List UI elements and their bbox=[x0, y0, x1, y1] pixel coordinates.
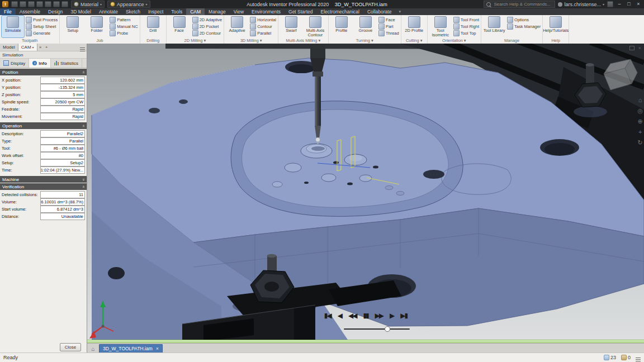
ribbon-button-tool-right[interactable]: Tool Right bbox=[453, 23, 479, 30]
ribbon-button-adaptive[interactable]: Adaptive bbox=[226, 16, 248, 37]
field-value-movement[interactable]: Rapid bbox=[40, 113, 85, 120]
browser-menu-icon[interactable] bbox=[80, 47, 85, 48]
status-menu-icon[interactable] bbox=[636, 358, 641, 358]
undo-icon[interactable] bbox=[28, 1, 35, 7]
orbit-icon[interactable]: ↻ bbox=[638, 140, 643, 146]
ribbon-button-2d-adaptive[interactable]: 2D Adaptive bbox=[192, 17, 222, 23]
menu-tab-environments[interactable]: Environments bbox=[248, 8, 285, 15]
ribbon-button-pattern[interactable]: Pattern bbox=[110, 17, 138, 23]
material-dropdown[interactable]: Material ▾ bbox=[71, 1, 105, 8]
ribbon-button-contour[interactable]: Contour bbox=[250, 23, 276, 30]
ribbon-button-2d-contour[interactable]: 2D Contour bbox=[192, 30, 222, 36]
ribbon-button-horizontal[interactable]: Horizontal bbox=[250, 17, 276, 23]
refresh-icon[interactable] bbox=[61, 1, 68, 7]
playback-fast-forward-button[interactable]: ▶▶ bbox=[375, 312, 383, 320]
restore-window-icon[interactable] bbox=[629, 46, 634, 50]
ribbon-button-options[interactable]: Options bbox=[507, 17, 541, 23]
menu-tab-sketch[interactable]: Sketch bbox=[122, 8, 144, 15]
maximize-button[interactable]: □ bbox=[626, 0, 632, 8]
navigation-wheel-icon[interactable]: ◎ bbox=[637, 108, 643, 114]
field-value-spindle-speed[interactable]: 20500 rpm CW bbox=[40, 98, 85, 106]
collapse-icon[interactable]: « bbox=[80, 185, 86, 188]
field-value-setup[interactable]: Setup2 bbox=[40, 159, 85, 166]
minimize-button[interactable]: – bbox=[616, 0, 623, 8]
browser-tab-add-button[interactable]: + bbox=[44, 44, 50, 51]
ribbon-group-label-manage[interactable]: Manage bbox=[483, 37, 541, 44]
menu-tab-inspect[interactable]: Inspect bbox=[144, 8, 167, 15]
menu-tab-manage[interactable]: Manage bbox=[205, 8, 230, 15]
close-document-icon[interactable]: × bbox=[638, 45, 641, 51]
ribbon-group-label-cutting[interactable]: Cutting ▾ bbox=[403, 37, 425, 44]
menu-tab-assemble[interactable]: Assemble bbox=[16, 8, 44, 15]
home-icon[interactable]: ⌂ bbox=[89, 346, 97, 352]
field-value-work-offset[interactable]: #0 bbox=[40, 152, 85, 159]
tab-info[interactable]: i Info bbox=[29, 59, 51, 68]
playback-skip-to-start-button[interactable]: ▮◀ bbox=[324, 312, 331, 320]
ribbon-button-setup[interactable]: Setup bbox=[61, 16, 84, 37]
print-icon[interactable] bbox=[45, 1, 51, 7]
field-value-detected-collisions[interactable]: 11 bbox=[40, 191, 85, 198]
field-value-distance[interactable]: Unavailable bbox=[40, 213, 85, 220]
ribbon-button-2d-pocket[interactable]: 2D Pocket bbox=[192, 23, 222, 30]
timeline-thumb[interactable] bbox=[385, 326, 390, 332]
home-icon[interactable]: ⌂ bbox=[638, 97, 642, 103]
ribbon-button-drill[interactable]: Drill bbox=[142, 16, 164, 37]
ribbon-button-multi-axis-contour[interactable]: Multi-Axis Contour bbox=[304, 16, 326, 37]
collapse-icon[interactable]: « bbox=[80, 71, 86, 73]
ribbon-button-parallel[interactable]: Parallel bbox=[250, 30, 276, 36]
machining-scene[interactable] bbox=[87, 44, 644, 343]
ribbon-button-task-manager[interactable]: Task Manager bbox=[507, 23, 541, 30]
ribbon-button-tool-front[interactable]: Tool Front bbox=[453, 17, 479, 23]
field-value-time[interactable]: 1:02:04 (27.9%) New... bbox=[40, 166, 85, 174]
field-value-volume[interactable]: 6.10031 dm^3 (88.7%) bbox=[40, 198, 85, 206]
ribbon-group-label-turning[interactable]: Turning ▾ bbox=[330, 37, 399, 44]
cart-icon[interactable] bbox=[607, 1, 613, 7]
section-header-machine[interactable]: Machine» bbox=[0, 176, 87, 183]
field-value-z-position[interactable]: 5 mm bbox=[40, 91, 85, 98]
browser-tab-model[interactable]: Model bbox=[0, 44, 18, 51]
ribbon-button-tool-isometric[interactable]: Tool Isometric bbox=[429, 16, 452, 37]
menu-tab-cam[interactable]: CAM bbox=[186, 8, 205, 15]
document-tab[interactable]: 3D_W_TOOLPATH.iam × bbox=[99, 344, 163, 353]
field-value-y-position[interactable]: -135.324 mm bbox=[40, 84, 85, 91]
expand-icon[interactable]: » bbox=[80, 178, 86, 180]
ribbon-group-label-orientation[interactable]: Orientation ▾ bbox=[429, 37, 479, 44]
ribbon-group-label-help[interactable]: Help bbox=[544, 37, 567, 44]
tab-statistics[interactable]: Statistics bbox=[51, 59, 82, 68]
ribbon-button-simulate[interactable]: Simulate bbox=[2, 16, 24, 37]
save-icon[interactable] bbox=[20, 1, 26, 7]
close-icon[interactable]: × bbox=[156, 346, 159, 351]
menu-tab-file[interactable]: File bbox=[0, 8, 16, 15]
menu-tab-collaborate[interactable]: Collaborate bbox=[363, 8, 395, 15]
search-input[interactable] bbox=[493, 1, 552, 7]
menu-tab-electromechanical[interactable]: Electromechanical bbox=[317, 8, 363, 15]
ribbon-group-label-3d-milling[interactable]: 3D Milling ▾ bbox=[226, 37, 276, 44]
playback-rewind-button[interactable]: ◀◀ bbox=[348, 312, 356, 320]
close-window-button[interactable]: × bbox=[635, 0, 642, 8]
ribbon-button-swarf[interactable]: Swarf bbox=[280, 16, 302, 37]
appearance-dropdown[interactable]: Appearance ▾ bbox=[107, 1, 150, 8]
field-value-start-volume[interactable]: 6.87412 dm^3 bbox=[40, 206, 85, 213]
playback-skip-to-end-button[interactable]: ▶▮ bbox=[400, 312, 407, 320]
ribbon-group-label-drilling[interactable]: Drilling bbox=[142, 37, 164, 44]
ribbon-group-label-multi-axis-milling[interactable]: Multi-Axis Milling ▾ bbox=[280, 37, 326, 44]
ribbon-button-groove[interactable]: Groove bbox=[354, 16, 377, 37]
ribbon-button-profile[interactable]: Profile bbox=[330, 16, 353, 37]
field-value-x-position[interactable]: 120.602 mm bbox=[40, 77, 85, 84]
field-value-type[interactable]: Parallel bbox=[40, 137, 85, 145]
field-value-tool[interactable]: #6 - Ø6 mm ball bbox=[40, 145, 85, 152]
help-search-box[interactable] bbox=[484, 1, 555, 8]
field-value-description[interactable]: Parallel2 bbox=[40, 130, 85, 137]
tab-display[interactable]: Display bbox=[0, 59, 29, 68]
ribbon-group-label-2d-milling[interactable]: 2D Milling ▾ bbox=[168, 37, 222, 44]
ribbon-button-face[interactable]: Face bbox=[378, 17, 399, 23]
browser-tab-close-button[interactable]: × bbox=[37, 44, 44, 51]
collapse-icon[interactable]: « bbox=[80, 125, 86, 127]
pan-icon[interactable]: + bbox=[638, 129, 642, 135]
inventor-logo-icon[interactable]: I bbox=[2, 1, 8, 7]
measure-icon[interactable] bbox=[53, 1, 60, 7]
menu-tab-3d-model[interactable]: 3D Model bbox=[67, 8, 95, 15]
ribbon-button-thread[interactable]: Thread bbox=[378, 30, 399, 36]
ribbon-button-help-tutorials[interactable]: Help/Tutorials bbox=[544, 16, 567, 37]
section-header-position[interactable]: Position« bbox=[0, 69, 87, 75]
